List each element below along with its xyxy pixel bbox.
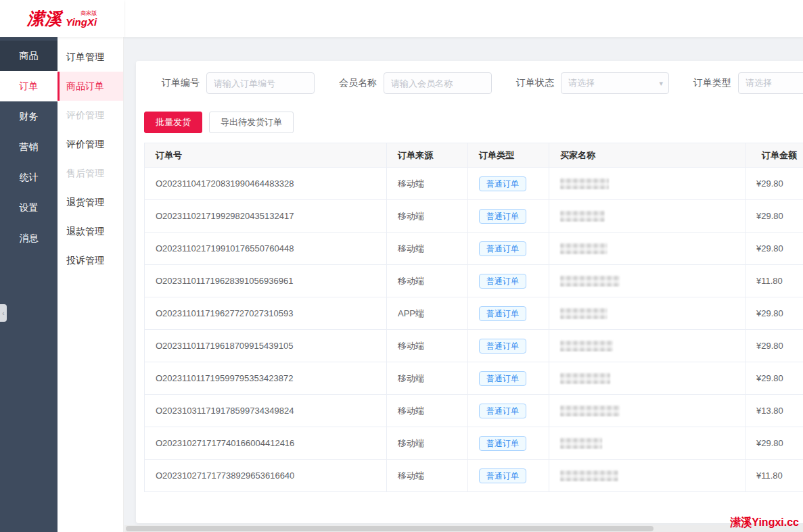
order-type-tag: 普通订单 [479, 209, 526, 224]
order-source-cell: 移动端 [387, 200, 468, 233]
order-type-tag: 普通订单 [479, 339, 526, 354]
buyer-name-cell [549, 233, 745, 265]
order-source-cell: 移动端 [387, 330, 468, 362]
table-row: O202311011719618709915439105移动端普通订单¥29.8… [145, 330, 803, 362]
filter-label: 订单状态 [516, 77, 554, 89]
submenu-item-review-admin[interactable]: 评价管理 [58, 130, 123, 159]
main-area: 订单编号会员名称订单状态请选择▾订单类型请选择▾ 批量发货 导出待发货订单 订单… [124, 37, 803, 532]
sidebar-item-messages[interactable]: 消息 [0, 223, 58, 253]
horizontal-scrollbar [124, 525, 803, 532]
select-placeholder: 请选择 [568, 77, 595, 89]
member-name-input[interactable] [384, 72, 492, 94]
filter-label: 会员名称 [339, 77, 377, 89]
order-type-tag: 普通订单 [479, 468, 526, 483]
order-source-cell: 移动端 [387, 460, 468, 492]
buyer-name-cell [549, 297, 745, 330]
table-row: O202310271717738929653616640移动端普通订单¥11.8… [145, 460, 803, 492]
orders-table-body: O202311041720831990464483328移动端普通订单¥29.8… [145, 168, 803, 492]
order-amount-cell: ¥29.80 [745, 200, 803, 233]
order-source-cell: 移动端 [387, 395, 468, 427]
table-row: O202311011719628391056936961移动端普通订单¥11.8… [145, 265, 803, 297]
table-row: O202311041720831990464483328移动端普通订单¥29.8… [145, 168, 803, 200]
sidebar-item-marketing[interactable]: 营销 [0, 132, 58, 162]
order-amount-cell: ¥13.80 [745, 395, 803, 427]
logo-brand-en: YingXi [66, 17, 97, 27]
logo-sub: 商家版 YingXi [66, 11, 97, 27]
submenu-item-refunds[interactable]: 退款管理 [58, 217, 123, 246]
logo: 潆溪 商家版 YingXi [0, 0, 124, 37]
export-pending-button[interactable]: 导出待发货订单 [209, 112, 294, 133]
column-header: 买家名称 [549, 143, 745, 168]
buyer-name-cell [549, 395, 745, 427]
order-amount-cell: ¥29.80 [745, 297, 803, 330]
buyer-name-blurred [560, 372, 610, 384]
sidebar-collapse-handle[interactable]: ‹ [0, 304, 7, 322]
sidebar-item-statistics[interactable]: 统计 [0, 162, 58, 193]
secondary-sidebar: 订单管理商品订单评价管理评价管理售后管理退货管理退款管理投诉管理 [58, 37, 124, 532]
order-type-cell: 普通订单 [468, 427, 549, 460]
order-amount-cell: ¥11.80 [745, 265, 803, 297]
order-source-cell: 移动端 [387, 233, 468, 265]
logo-brand-cn: 潆溪 [27, 7, 62, 30]
submenu-group-after-sales[interactable]: 售后管理 [58, 159, 123, 188]
submenu-item-product-orders[interactable]: 商品订单 [58, 72, 123, 101]
filter-order-status: 订单状态请选择▾ [516, 72, 669, 94]
order-type-tag: 普通订单 [479, 404, 526, 418]
submenu-group-order-management[interactable]: 订单管理 [58, 43, 123, 72]
sidebar-item-orders[interactable]: 订单 [0, 71, 58, 101]
sidebar-item-finance[interactable]: 财务 [0, 101, 58, 132]
sidebar-item-settings[interactable]: 设置 [0, 193, 58, 223]
order-no-cell: O202311041720831990464483328 [145, 168, 387, 200]
table-row: O202310311719178599734349824移动端普通订单¥13.8… [145, 395, 803, 427]
orders-card: 订单编号会员名称订单状态请选择▾订单类型请选择▾ 批量发货 导出待发货订单 订单… [136, 61, 803, 523]
order-amount-cell: ¥29.80 [745, 168, 803, 200]
order-type-cell: 普通订单 [468, 233, 549, 265]
buyer-name-blurred [560, 340, 613, 352]
buyer-name-blurred [560, 405, 620, 416]
column-header: 订单来源 [387, 143, 468, 168]
order-source-cell: 移动端 [387, 265, 468, 297]
buyer-name-blurred [560, 178, 609, 189]
table-row: O202311021719910176550760448移动端普通订单¥29.8… [145, 233, 803, 265]
buyer-name-cell [549, 427, 745, 460]
orders-table-header-row: 订单号订单来源订单类型买家名称订单金额 [145, 143, 803, 168]
order-type-select[interactable]: 请选择▾ [738, 72, 803, 94]
column-header: 订单金额 [745, 143, 803, 168]
order-type-tag: 普通订单 [479, 306, 526, 321]
table-row: O202311011719599795353423872移动端普通订单¥29.8… [145, 362, 803, 395]
submenu-item-complaints[interactable]: 投诉管理 [58, 246, 123, 275]
filter-order-type: 订单类型请选择▾ [693, 72, 803, 94]
order-no-cell: O202310271717740166004412416 [145, 427, 387, 460]
horizontal-scrollbar-thumb[interactable] [126, 526, 653, 531]
order-no-input[interactable] [206, 72, 315, 94]
column-header: 订单类型 [468, 143, 549, 168]
filter-member-name: 会员名称 [339, 72, 492, 94]
top-header [124, 0, 803, 37]
order-type-cell: 普通订单 [468, 362, 549, 395]
table-row: O202310271717740166004412416移动端普通订单¥29.8… [145, 427, 803, 460]
sidebar-item-goods[interactable]: 商品 [0, 41, 58, 71]
order-no-cell: O202311021719910176550760448 [145, 233, 387, 265]
order-type-cell: 普通订单 [468, 168, 549, 200]
buyer-name-cell [549, 330, 745, 362]
column-header: 订单号 [145, 143, 387, 168]
buyer-name-cell [549, 362, 745, 395]
buyer-name-blurred [560, 243, 607, 254]
order-type-tag: 普通订单 [479, 274, 526, 289]
orders-table: 订单号订单来源订单类型买家名称订单金额 O2023110417208319904… [144, 143, 803, 492]
chevron-down-icon: ▾ [659, 79, 663, 88]
batch-ship-button[interactable]: 批量发货 [144, 112, 202, 133]
filter-label: 订单类型 [693, 77, 731, 89]
order-amount-cell: ¥29.80 [745, 330, 803, 362]
order-source-cell: 移动端 [387, 362, 468, 395]
filter-order-no: 订单编号 [162, 72, 315, 94]
buyer-name-blurred [560, 210, 605, 222]
order-type-cell: 普通订单 [468, 265, 549, 297]
order-source-cell: APP端 [387, 297, 468, 330]
order-type-tag: 普通订单 [479, 241, 526, 256]
submenu-group-review-management[interactable]: 评价管理 [58, 101, 123, 130]
order-type-tag: 普通订单 [479, 436, 526, 451]
submenu-item-returns[interactable]: 退货管理 [58, 188, 123, 217]
table-row: O202311011719627727027310593APP端普通订单¥29.… [145, 297, 803, 330]
order-status-select[interactable]: 请选择▾ [561, 72, 669, 94]
